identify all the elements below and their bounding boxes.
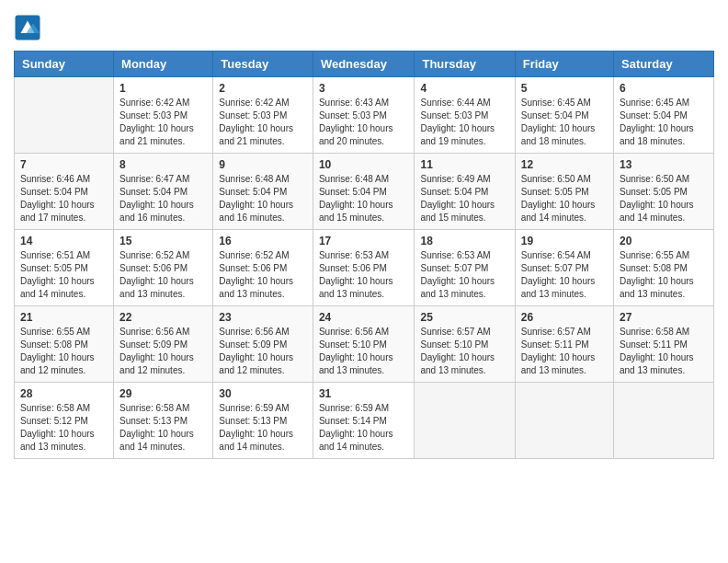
- calendar-cell: 2Sunrise: 6:42 AM Sunset: 5:03 PM Daylig…: [213, 77, 313, 154]
- logo-icon: [14, 14, 41, 41]
- day-info: Sunrise: 6:48 AM Sunset: 5:04 PM Dayligh…: [319, 173, 409, 224]
- calendar-cell: 31Sunrise: 6:59 AM Sunset: 5:14 PM Dayli…: [313, 383, 415, 459]
- calendar-cell: 4Sunrise: 6:44 AM Sunset: 5:03 PM Daylig…: [415, 77, 515, 154]
- calendar-cell: 27Sunrise: 6:58 AM Sunset: 5:11 PM Dayli…: [614, 306, 714, 383]
- logo: [14, 14, 45, 41]
- day-info: Sunrise: 6:56 AM Sunset: 5:09 PM Dayligh…: [219, 326, 307, 377]
- day-info: Sunrise: 6:56 AM Sunset: 5:10 PM Dayligh…: [319, 326, 409, 377]
- day-number: 7: [20, 158, 108, 171]
- day-number: 12: [521, 158, 608, 171]
- day-info: Sunrise: 6:42 AM Sunset: 5:03 PM Dayligh…: [119, 97, 207, 148]
- day-number: 29: [119, 387, 207, 400]
- day-info: Sunrise: 6:48 AM Sunset: 5:04 PM Dayligh…: [219, 173, 307, 224]
- day-info: Sunrise: 6:53 AM Sunset: 5:07 PM Dayligh…: [420, 249, 508, 301]
- calendar-cell: 18Sunrise: 6:53 AM Sunset: 5:07 PM Dayli…: [415, 230, 515, 306]
- calendar-cell: 25Sunrise: 6:57 AM Sunset: 5:10 PM Dayli…: [415, 306, 515, 383]
- calendar-cell: 15Sunrise: 6:52 AM Sunset: 5:06 PM Dayli…: [114, 230, 213, 306]
- calendar-cell: 28Sunrise: 6:58 AM Sunset: 5:12 PM Dayli…: [15, 383, 114, 459]
- day-number: 15: [119, 235, 207, 247]
- day-info: Sunrise: 6:55 AM Sunset: 5:08 PM Dayligh…: [20, 326, 108, 377]
- calendar-week-row: 21Sunrise: 6:55 AM Sunset: 5:08 PM Dayli…: [15, 306, 714, 383]
- day-info: Sunrise: 6:46 AM Sunset: 5:04 PM Dayligh…: [20, 173, 108, 224]
- weekday-header: Saturday: [614, 52, 714, 77]
- day-info: Sunrise: 6:53 AM Sunset: 5:06 PM Dayligh…: [319, 249, 409, 301]
- day-number: 18: [420, 235, 508, 247]
- weekday-header: Monday: [114, 52, 213, 77]
- day-number: 28: [20, 387, 108, 400]
- calendar-header-row: SundayMondayTuesdayWednesdayThursdayFrid…: [15, 52, 714, 77]
- day-number: 23: [219, 311, 307, 324]
- calendar-cell: 22Sunrise: 6:56 AM Sunset: 5:09 PM Dayli…: [114, 306, 213, 383]
- day-info: Sunrise: 6:49 AM Sunset: 5:04 PM Dayligh…: [420, 173, 508, 224]
- calendar-cell: 10Sunrise: 6:48 AM Sunset: 5:04 PM Dayli…: [313, 154, 415, 230]
- day-info: Sunrise: 6:42 AM Sunset: 5:03 PM Dayligh…: [219, 97, 307, 148]
- day-info: Sunrise: 6:58 AM Sunset: 5:13 PM Dayligh…: [119, 402, 207, 454]
- day-info: Sunrise: 6:50 AM Sunset: 5:05 PM Dayligh…: [521, 173, 608, 224]
- weekday-header: Wednesday: [313, 52, 415, 77]
- calendar-week-row: 1Sunrise: 6:42 AM Sunset: 5:03 PM Daylig…: [15, 77, 714, 154]
- calendar-cell: 5Sunrise: 6:45 AM Sunset: 5:04 PM Daylig…: [515, 77, 613, 154]
- calendar-cell: 23Sunrise: 6:56 AM Sunset: 5:09 PM Dayli…: [213, 306, 313, 383]
- day-number: 20: [620, 235, 708, 247]
- day-number: 30: [219, 387, 307, 400]
- day-info: Sunrise: 6:51 AM Sunset: 5:05 PM Dayligh…: [20, 249, 108, 301]
- day-info: Sunrise: 6:57 AM Sunset: 5:11 PM Dayligh…: [521, 326, 608, 377]
- calendar-cell: 16Sunrise: 6:52 AM Sunset: 5:06 PM Dayli…: [213, 230, 313, 306]
- day-info: Sunrise: 6:58 AM Sunset: 5:12 PM Dayligh…: [20, 402, 108, 454]
- day-info: Sunrise: 6:59 AM Sunset: 5:13 PM Dayligh…: [219, 402, 307, 454]
- calendar-week-row: 14Sunrise: 6:51 AM Sunset: 5:05 PM Dayli…: [15, 230, 714, 306]
- weekday-header: Sunday: [15, 52, 114, 77]
- weekday-header: Friday: [515, 52, 613, 77]
- day-number: 25: [420, 311, 508, 324]
- day-info: Sunrise: 6:45 AM Sunset: 5:04 PM Dayligh…: [521, 97, 608, 148]
- day-info: Sunrise: 6:45 AM Sunset: 5:04 PM Dayligh…: [620, 97, 708, 148]
- day-number: 21: [20, 311, 108, 324]
- calendar-cell: 19Sunrise: 6:54 AM Sunset: 5:07 PM Dayli…: [515, 230, 613, 306]
- calendar-cell: 29Sunrise: 6:58 AM Sunset: 5:13 PM Dayli…: [114, 383, 213, 459]
- day-number: 10: [319, 158, 409, 171]
- day-number: 11: [420, 158, 508, 171]
- day-number: 13: [620, 158, 708, 171]
- calendar-cell: 20Sunrise: 6:55 AM Sunset: 5:08 PM Dayli…: [614, 230, 714, 306]
- calendar-cell: 8Sunrise: 6:47 AM Sunset: 5:04 PM Daylig…: [114, 154, 213, 230]
- day-number: 22: [119, 311, 207, 324]
- calendar-cell: 21Sunrise: 6:55 AM Sunset: 5:08 PM Dayli…: [15, 306, 114, 383]
- day-number: 31: [319, 387, 409, 400]
- day-info: Sunrise: 6:52 AM Sunset: 5:06 PM Dayligh…: [119, 249, 207, 301]
- calendar-cell: 3Sunrise: 6:43 AM Sunset: 5:03 PM Daylig…: [313, 77, 415, 154]
- calendar-cell: 26Sunrise: 6:57 AM Sunset: 5:11 PM Dayli…: [515, 306, 613, 383]
- day-number: 24: [319, 311, 409, 324]
- calendar-cell: [515, 383, 613, 459]
- calendar-cell: 14Sunrise: 6:51 AM Sunset: 5:05 PM Dayli…: [15, 230, 114, 306]
- calendar-cell: 12Sunrise: 6:50 AM Sunset: 5:05 PM Dayli…: [515, 154, 613, 230]
- calendar-table: SundayMondayTuesdayWednesdayThursdayFrid…: [14, 51, 714, 459]
- calendar-cell: 11Sunrise: 6:49 AM Sunset: 5:04 PM Dayli…: [415, 154, 515, 230]
- calendar-cell: 24Sunrise: 6:56 AM Sunset: 5:10 PM Dayli…: [313, 306, 415, 383]
- weekday-header: Thursday: [415, 52, 515, 77]
- day-info: Sunrise: 6:52 AM Sunset: 5:06 PM Dayligh…: [219, 249, 307, 301]
- day-number: 17: [319, 235, 409, 247]
- calendar-cell: 6Sunrise: 6:45 AM Sunset: 5:04 PM Daylig…: [614, 77, 714, 154]
- calendar-cell: [614, 383, 714, 459]
- calendar-cell: 30Sunrise: 6:59 AM Sunset: 5:13 PM Dayli…: [213, 383, 313, 459]
- day-info: Sunrise: 6:57 AM Sunset: 5:10 PM Dayligh…: [420, 326, 508, 377]
- page-header: [14, 14, 714, 41]
- calendar-week-row: 7Sunrise: 6:46 AM Sunset: 5:04 PM Daylig…: [15, 154, 714, 230]
- day-number: 5: [521, 82, 608, 95]
- day-number: 9: [219, 158, 307, 171]
- day-number: 8: [119, 158, 207, 171]
- calendar-cell: [15, 77, 114, 154]
- day-number: 4: [420, 82, 508, 95]
- day-info: Sunrise: 6:54 AM Sunset: 5:07 PM Dayligh…: [521, 249, 608, 301]
- day-number: 2: [219, 82, 307, 95]
- calendar-cell: 9Sunrise: 6:48 AM Sunset: 5:04 PM Daylig…: [213, 154, 313, 230]
- calendar-cell: 17Sunrise: 6:53 AM Sunset: 5:06 PM Dayli…: [313, 230, 415, 306]
- day-info: Sunrise: 6:47 AM Sunset: 5:04 PM Dayligh…: [119, 173, 207, 224]
- calendar-week-row: 28Sunrise: 6:58 AM Sunset: 5:12 PM Dayli…: [15, 383, 714, 459]
- day-info: Sunrise: 6:43 AM Sunset: 5:03 PM Dayligh…: [319, 97, 409, 148]
- day-number: 1: [119, 82, 207, 95]
- weekday-header: Tuesday: [213, 52, 313, 77]
- day-info: Sunrise: 6:58 AM Sunset: 5:11 PM Dayligh…: [620, 326, 708, 377]
- day-info: Sunrise: 6:50 AM Sunset: 5:05 PM Dayligh…: [620, 173, 708, 224]
- calendar-cell: 13Sunrise: 6:50 AM Sunset: 5:05 PM Dayli…: [614, 154, 714, 230]
